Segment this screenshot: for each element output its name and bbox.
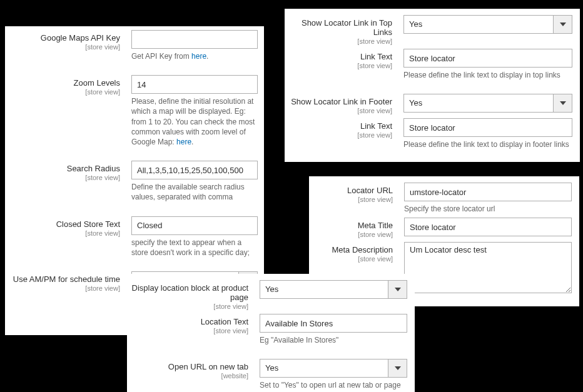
row-open-url: Open URL on new tab [website] Yes Set to… [127,359,407,392]
zoom-input[interactable] [131,75,258,94]
label-meta-desc: Meta Description [store view] [309,242,404,263]
label-meta-title: Meta Title [store view] [309,218,404,238]
label-display: Display location block at product page [… [127,280,260,310]
zoom-link[interactable]: here [176,138,191,146]
top-link-select[interactable]: Yes [403,15,572,34]
foot-text-input[interactable] [403,118,572,137]
api-key-input[interactable] [131,30,258,49]
product-page-panel: Display location block at product page [… [127,274,415,392]
row-top-link: Show Locator Link in Top Links [store vi… [285,15,572,45]
url-hint: Specify the store locator url [404,204,572,214]
meta-desc-textarea[interactable]: Um Locator desc test [404,242,572,293]
row-foot-link: Show Locator Link in Footer [store view]… [285,94,572,114]
foot-link-select[interactable]: Yes [403,94,572,113]
row-location-text: Location Text [store view] Eg "Available… [127,314,407,345]
row-display: Display location block at product page [… [127,280,407,310]
zoom-hint: Please, define the initial resolution at… [131,96,258,147]
meta-title-input[interactable] [404,218,572,236]
label-url: Locator URL [store view] [309,183,404,203]
label-foot-link: Show Locator Link in Footer [store view] [285,94,403,114]
radius-hint: Define the available search radius value… [131,182,258,202]
api-key-link[interactable]: here [191,52,206,61]
row-top-text: Link Text [store view] Please define the… [285,49,572,80]
closed-hint: specify the text to appear when a store … [131,238,258,258]
label-ampm: Use AM/PM for schedule time [store view] [5,271,131,292]
api-key-hint: Get API Key from here. [131,51,258,61]
closed-input[interactable] [131,216,258,235]
chevron-down-icon [553,16,572,33]
display-select[interactable]: Yes [260,280,407,299]
link-settings-panel: Show Locator Link in Top Links [store vi… [285,9,580,162]
open-url-hint: Set to "Yes" to open url at new tab or p… [260,380,407,392]
open-url-select[interactable]: Yes [260,359,407,378]
label-api-key: Google Maps API Key [store view] [5,30,131,51]
radius-input[interactable] [131,161,258,179]
foot-text-hint: Please define the link text to display i… [403,139,572,149]
row-foot-text: Link Text [store view] Please define the… [285,118,572,149]
chevron-down-icon [388,359,407,377]
top-text-input[interactable] [403,49,572,68]
location-text-input[interactable] [260,314,407,333]
row-closed: Closed Store Text [store view] specify t… [5,216,258,258]
row-meta-title: Meta Title [store view] [309,218,572,238]
row-zoom: Zoom Levels [store view] Please, define … [5,75,258,147]
url-input[interactable] [404,183,572,201]
row-api-key: Google Maps API Key [store view] Get API… [5,30,258,61]
label-radius: Search Radius [store view] [5,161,131,181]
label-closed: Closed Store Text [store view] [5,216,131,237]
location-text-hint: Eg "Available In Stores" [260,335,407,345]
chevron-down-icon [553,94,572,112]
top-text-hint: Please define the link text to display i… [403,70,572,80]
label-top-link: Show Locator Link in Top Links [store vi… [285,15,403,45]
row-radius: Search Radius [store view] Define the av… [5,161,258,202]
label-top-text: Link Text [store view] [285,49,403,69]
row-url: Locator URL [store view] Specify the sto… [309,183,572,214]
chevron-down-icon [388,281,407,298]
label-location-text: Location Text [store view] [127,314,260,334]
label-open-url: Open URL on new tab [website] [127,359,260,379]
label-zoom: Zoom Levels [store view] [5,75,131,96]
label-foot-text: Link Text [store view] [285,118,403,139]
